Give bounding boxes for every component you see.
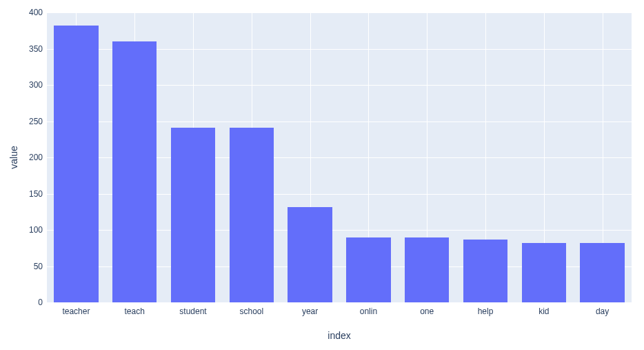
- bar-teacher[interactable]: [54, 26, 98, 302]
- x-tick-label: help: [478, 307, 494, 316]
- bar-one[interactable]: [405, 237, 449, 303]
- bar-kid[interactable]: [522, 243, 566, 302]
- bar-school[interactable]: [230, 128, 274, 302]
- x-tick-label: teach: [125, 307, 145, 316]
- y-tick-label: 150: [5, 189, 43, 199]
- x-tick-label: student: [179, 307, 206, 316]
- x-tick-label: day: [596, 307, 609, 316]
- x-axis-label: index: [328, 330, 350, 341]
- bar-help[interactable]: [463, 240, 507, 302]
- y-tick-label: 400: [5, 8, 43, 17]
- bars-container: [47, 12, 632, 302]
- y-tick-label: 100: [5, 225, 43, 235]
- y-tick-label: 300: [5, 80, 43, 90]
- gridline-h: [47, 302, 632, 303]
- y-tick-label: 350: [5, 44, 43, 54]
- x-tick-label: school: [239, 307, 263, 316]
- bar-student[interactable]: [171, 128, 215, 302]
- x-tick-label: kid: [539, 307, 549, 316]
- bar-teach[interactable]: [112, 41, 157, 302]
- bar-day[interactable]: [580, 243, 624, 302]
- x-tick-label: year: [302, 307, 318, 316]
- x-tick-label: one: [420, 307, 434, 316]
- y-tick-label: 250: [5, 117, 43, 126]
- bar-onlin[interactable]: [346, 237, 390, 303]
- plot-area: [47, 12, 632, 302]
- x-tick-label: teacher: [62, 307, 90, 316]
- y-tick-label: 50: [5, 262, 43, 271]
- y-tick-label: 0: [5, 298, 43, 307]
- x-tick-label: onlin: [360, 307, 377, 316]
- bar-year[interactable]: [288, 207, 332, 302]
- bar-chart: 050100150200250300350400 teacherteachstu…: [0, 0, 644, 350]
- y-axis-label: value: [8, 146, 19, 168]
